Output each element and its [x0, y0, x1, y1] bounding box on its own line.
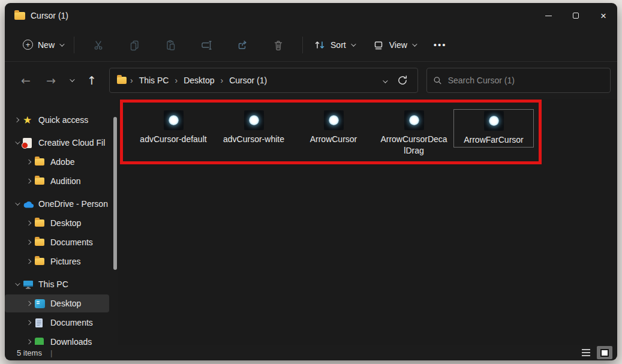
onedrive-cloud-icon: [23, 200, 38, 208]
cursor-file-icon: [404, 110, 424, 130]
chevron-right-icon[interactable]: [23, 221, 35, 225]
forward-button[interactable]: →: [41, 70, 61, 91]
this-pc-icon: [23, 280, 38, 289]
close-button[interactable]: ×: [590, 3, 617, 28]
breadcrumb-this-pc[interactable]: This PC: [137, 74, 172, 87]
details-view-button[interactable]: [578, 346, 594, 359]
address-bar[interactable]: › This PC › Desktop › Cursor (1): [109, 68, 418, 93]
cut-icon: [92, 39, 104, 51]
minimize-button[interactable]: [534, 3, 562, 28]
status-divider: |: [50, 348, 52, 357]
delete-button[interactable]: [265, 33, 292, 57]
see-more-button[interactable]: •••: [429, 36, 452, 53]
sidebar-item-onedrive[interactable]: OneDrive - Person: [5, 195, 109, 213]
document-icon: [35, 318, 50, 328]
files-view: advCursor-default advCursor-white ArrowC…: [118, 99, 617, 345]
forward-arrow-icon: →: [46, 74, 56, 87]
status-bar: 5 items |: [5, 345, 617, 360]
breadcrumb-cursor-folder[interactable]: Cursor (1): [227, 74, 269, 87]
sidebar-item-documents[interactable]: Documents: [5, 314, 109, 332]
chevron-down-icon: [351, 41, 356, 46]
breadcrumb-desktop[interactable]: Desktop: [181, 74, 217, 87]
folder-icon: [35, 158, 50, 166]
maximize-button[interactable]: [562, 3, 590, 28]
sidebar-item-label: Desktop: [50, 218, 81, 228]
folder-icon: [117, 77, 127, 84]
command-toolbar: + New: [5, 28, 617, 62]
sidebar-item-pictures[interactable]: Pictures: [5, 252, 109, 270]
search-box: [426, 68, 611, 93]
file-ArrowCursorDecalDrag[interactable]: ArrowCursorDecalDrag: [374, 109, 454, 157]
file-advCursor-default[interactable]: advCursor-default: [133, 109, 214, 145]
folder-icon: [14, 12, 25, 20]
chevron-down-icon: [70, 77, 74, 82]
sort-button[interactable]: Sort: [309, 35, 359, 55]
cursor-file-icon: [244, 110, 264, 130]
cursor-file-icon: [324, 110, 344, 130]
window-controls: ×: [534, 3, 617, 28]
sidebar-item-label: Creative Cloud Fil: [38, 138, 105, 148]
paste-icon: [164, 39, 176, 51]
file-ArrowCursor[interactable]: ArrowCursor: [293, 109, 374, 145]
sidebar-item-adobe[interactable]: Adobe: [5, 153, 109, 171]
sidebar-item-label: Quick access: [38, 115, 88, 125]
cursor-file-icon: [164, 110, 184, 130]
share-icon: [236, 39, 248, 51]
chevron-right-icon[interactable]: [23, 260, 35, 263]
chevron-down-icon[interactable]: [11, 202, 23, 206]
recent-locations-button[interactable]: [61, 70, 82, 91]
large-thumbnails-view-button[interactable]: [597, 346, 612, 359]
sidebar-item-audition[interactable]: Audition: [5, 172, 109, 190]
sidebar-item-creative-cloud[interactable]: Creative Cloud Fil: [5, 134, 109, 152]
address-dropdown-button[interactable]: [377, 73, 392, 89]
sidebar-item-desktop[interactable]: Desktop: [5, 294, 109, 312]
copy-button[interactable]: [121, 33, 148, 57]
navigation-pane: ★ Quick access Creative Cloud Fil Adobe …: [5, 99, 118, 345]
sidebar-item-label: Pictures: [50, 257, 81, 266]
view-icon: [372, 39, 384, 51]
sidebar-item-this-pc[interactable]: This PC: [5, 275, 109, 293]
sidebar-item-downloads[interactable]: Downloads: [5, 333, 109, 345]
chevron-right-icon[interactable]: [23, 160, 35, 164]
star-icon: ★: [23, 115, 38, 125]
thumbnails-view-icon: [600, 349, 609, 357]
refresh-button[interactable]: [392, 73, 413, 88]
cut-button[interactable]: [85, 33, 112, 57]
paste-button[interactable]: [157, 33, 184, 57]
search-input[interactable]: [448, 76, 604, 85]
chevron-right-icon[interactable]: [11, 118, 23, 122]
file-advCursor-white[interactable]: advCursor-white: [214, 109, 294, 145]
chevron-right-icon[interactable]: [23, 321, 35, 324]
sidebar-scrollbar[interactable]: [113, 117, 117, 270]
rename-icon: [200, 39, 212, 51]
sidebar-item-quick-access[interactable]: ★ Quick access: [5, 111, 109, 129]
sidebar-item-label: Audition: [50, 176, 81, 186]
back-arrow-icon: ←: [21, 74, 31, 87]
sidebar-item-onedrive-documents[interactable]: Documents: [5, 233, 109, 251]
chevron-right-icon[interactable]: [23, 340, 35, 344]
back-button[interactable]: ←: [16, 70, 36, 91]
minimize-icon: [545, 16, 552, 16]
chevron-right-icon[interactable]: [23, 179, 35, 183]
new-button[interactable]: + New: [18, 36, 68, 53]
view-button[interactable]: View: [368, 35, 420, 55]
sidebar-item-label: Documents: [50, 237, 93, 247]
sidebar-item-label: Adobe: [50, 157, 74, 167]
share-button[interactable]: [229, 33, 256, 57]
search-icon: [433, 76, 442, 85]
rename-button[interactable]: [193, 33, 220, 57]
up-arrow-icon: ↑: [87, 74, 97, 87]
folder-icon: [35, 239, 50, 246]
chevron-right-icon[interactable]: [23, 302, 35, 305]
desktop-icon: [35, 299, 50, 308]
chevron-down-icon[interactable]: [11, 141, 23, 145]
chevron-down-icon[interactable]: [11, 282, 23, 286]
sidebar-item-label: Desktop: [50, 299, 81, 308]
copy-icon: [128, 39, 140, 51]
file-ArrowFarCursor[interactable]: ArrowFarCursor: [453, 109, 534, 148]
sidebar-item-label: Downloads: [50, 337, 92, 345]
sidebar-item-onedrive-desktop[interactable]: Desktop: [5, 214, 109, 232]
chevron-right-icon[interactable]: [23, 240, 35, 244]
content-area: ★ Quick access Creative Cloud Fil Adobe …: [5, 99, 617, 345]
up-button[interactable]: ↑: [82, 70, 102, 91]
